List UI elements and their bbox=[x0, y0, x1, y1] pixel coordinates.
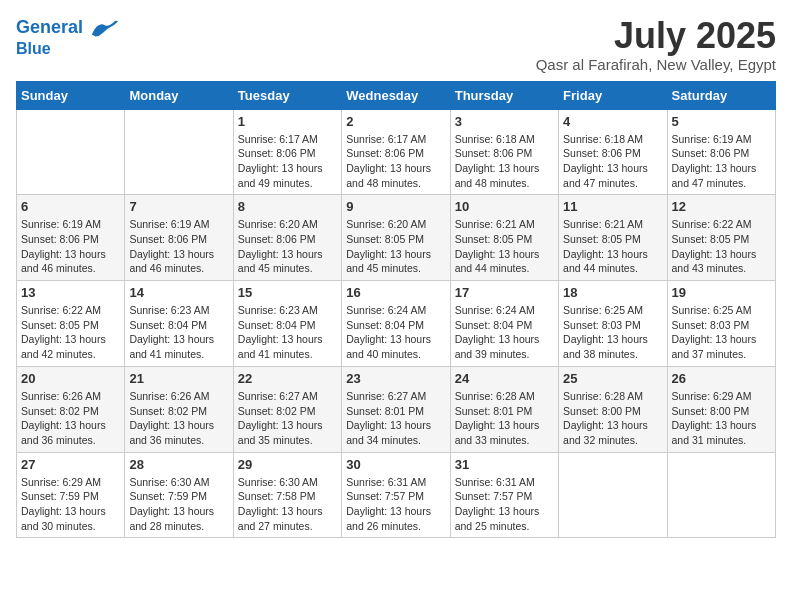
day-number: 14 bbox=[129, 285, 228, 300]
day-number: 28 bbox=[129, 457, 228, 472]
day-number: 6 bbox=[21, 199, 120, 214]
logo-text: General bbox=[16, 16, 118, 40]
calendar-cell: 28Sunrise: 6:30 AM Sunset: 7:59 PM Dayli… bbox=[125, 452, 233, 538]
day-number: 15 bbox=[238, 285, 337, 300]
calendar-cell: 15Sunrise: 6:23 AM Sunset: 8:04 PM Dayli… bbox=[233, 281, 341, 367]
calendar-cell: 20Sunrise: 6:26 AM Sunset: 8:02 PM Dayli… bbox=[17, 366, 125, 452]
calendar-cell: 30Sunrise: 6:31 AM Sunset: 7:57 PM Dayli… bbox=[342, 452, 450, 538]
day-info: Sunrise: 6:17 AM Sunset: 8:06 PM Dayligh… bbox=[238, 132, 337, 191]
calendar-cell: 13Sunrise: 6:22 AM Sunset: 8:05 PM Dayli… bbox=[17, 281, 125, 367]
weekday-header-thursday: Thursday bbox=[450, 81, 558, 109]
day-number: 7 bbox=[129, 199, 228, 214]
calendar-week-row: 20Sunrise: 6:26 AM Sunset: 8:02 PM Dayli… bbox=[17, 366, 776, 452]
day-number: 13 bbox=[21, 285, 120, 300]
day-info: Sunrise: 6:31 AM Sunset: 7:57 PM Dayligh… bbox=[346, 475, 445, 534]
day-number: 3 bbox=[455, 114, 554, 129]
calendar-cell bbox=[17, 109, 125, 195]
day-info: Sunrise: 6:19 AM Sunset: 8:06 PM Dayligh… bbox=[672, 132, 771, 191]
logo: General Blue bbox=[16, 16, 118, 58]
day-info: Sunrise: 6:25 AM Sunset: 8:03 PM Dayligh… bbox=[672, 303, 771, 362]
day-info: Sunrise: 6:22 AM Sunset: 8:05 PM Dayligh… bbox=[21, 303, 120, 362]
day-info: Sunrise: 6:26 AM Sunset: 8:02 PM Dayligh… bbox=[21, 389, 120, 448]
day-number: 29 bbox=[238, 457, 337, 472]
day-info: Sunrise: 6:24 AM Sunset: 8:04 PM Dayligh… bbox=[455, 303, 554, 362]
day-info: Sunrise: 6:21 AM Sunset: 8:05 PM Dayligh… bbox=[563, 217, 662, 276]
weekday-header-friday: Friday bbox=[559, 81, 667, 109]
day-number: 1 bbox=[238, 114, 337, 129]
day-info: Sunrise: 6:20 AM Sunset: 8:05 PM Dayligh… bbox=[346, 217, 445, 276]
calendar-cell: 29Sunrise: 6:30 AM Sunset: 7:58 PM Dayli… bbox=[233, 452, 341, 538]
calendar-cell: 17Sunrise: 6:24 AM Sunset: 8:04 PM Dayli… bbox=[450, 281, 558, 367]
calendar-cell: 16Sunrise: 6:24 AM Sunset: 8:04 PM Dayli… bbox=[342, 281, 450, 367]
calendar-cell: 8Sunrise: 6:20 AM Sunset: 8:06 PM Daylig… bbox=[233, 195, 341, 281]
calendar-cell: 19Sunrise: 6:25 AM Sunset: 8:03 PM Dayli… bbox=[667, 281, 775, 367]
day-info: Sunrise: 6:24 AM Sunset: 8:04 PM Dayligh… bbox=[346, 303, 445, 362]
day-number: 24 bbox=[455, 371, 554, 386]
day-number: 30 bbox=[346, 457, 445, 472]
day-info: Sunrise: 6:28 AM Sunset: 8:01 PM Dayligh… bbox=[455, 389, 554, 448]
calendar-cell: 6Sunrise: 6:19 AM Sunset: 8:06 PM Daylig… bbox=[17, 195, 125, 281]
day-info: Sunrise: 6:30 AM Sunset: 7:58 PM Dayligh… bbox=[238, 475, 337, 534]
day-info: Sunrise: 6:30 AM Sunset: 7:59 PM Dayligh… bbox=[129, 475, 228, 534]
day-number: 5 bbox=[672, 114, 771, 129]
day-info: Sunrise: 6:18 AM Sunset: 8:06 PM Dayligh… bbox=[455, 132, 554, 191]
day-info: Sunrise: 6:22 AM Sunset: 8:05 PM Dayligh… bbox=[672, 217, 771, 276]
day-number: 16 bbox=[346, 285, 445, 300]
day-number: 22 bbox=[238, 371, 337, 386]
calendar-cell: 10Sunrise: 6:21 AM Sunset: 8:05 PM Dayli… bbox=[450, 195, 558, 281]
calendar-cell: 31Sunrise: 6:31 AM Sunset: 7:57 PM Dayli… bbox=[450, 452, 558, 538]
day-info: Sunrise: 6:27 AM Sunset: 8:02 PM Dayligh… bbox=[238, 389, 337, 448]
calendar-cell bbox=[559, 452, 667, 538]
calendar-cell: 22Sunrise: 6:27 AM Sunset: 8:02 PM Dayli… bbox=[233, 366, 341, 452]
day-number: 31 bbox=[455, 457, 554, 472]
day-number: 10 bbox=[455, 199, 554, 214]
calendar-table: SundayMondayTuesdayWednesdayThursdayFrid… bbox=[16, 81, 776, 539]
day-number: 12 bbox=[672, 199, 771, 214]
calendar-week-row: 13Sunrise: 6:22 AM Sunset: 8:05 PM Dayli… bbox=[17, 281, 776, 367]
calendar-cell: 23Sunrise: 6:27 AM Sunset: 8:01 PM Dayli… bbox=[342, 366, 450, 452]
calendar-cell: 24Sunrise: 6:28 AM Sunset: 8:01 PM Dayli… bbox=[450, 366, 558, 452]
calendar-cell: 18Sunrise: 6:25 AM Sunset: 8:03 PM Dayli… bbox=[559, 281, 667, 367]
day-info: Sunrise: 6:20 AM Sunset: 8:06 PM Dayligh… bbox=[238, 217, 337, 276]
location-title: Qasr al Farafirah, New Valley, Egypt bbox=[536, 56, 776, 73]
weekday-header-saturday: Saturday bbox=[667, 81, 775, 109]
day-info: Sunrise: 6:29 AM Sunset: 8:00 PM Dayligh… bbox=[672, 389, 771, 448]
calendar-cell: 4Sunrise: 6:18 AM Sunset: 8:06 PM Daylig… bbox=[559, 109, 667, 195]
calendar-cell: 14Sunrise: 6:23 AM Sunset: 8:04 PM Dayli… bbox=[125, 281, 233, 367]
calendar-cell: 11Sunrise: 6:21 AM Sunset: 8:05 PM Dayli… bbox=[559, 195, 667, 281]
calendar-cell: 26Sunrise: 6:29 AM Sunset: 8:00 PM Dayli… bbox=[667, 366, 775, 452]
calendar-week-row: 27Sunrise: 6:29 AM Sunset: 7:59 PM Dayli… bbox=[17, 452, 776, 538]
day-number: 9 bbox=[346, 199, 445, 214]
calendar-cell: 12Sunrise: 6:22 AM Sunset: 8:05 PM Dayli… bbox=[667, 195, 775, 281]
day-number: 2 bbox=[346, 114, 445, 129]
weekday-header-row: SundayMondayTuesdayWednesdayThursdayFrid… bbox=[17, 81, 776, 109]
day-number: 19 bbox=[672, 285, 771, 300]
day-number: 4 bbox=[563, 114, 662, 129]
day-info: Sunrise: 6:25 AM Sunset: 8:03 PM Dayligh… bbox=[563, 303, 662, 362]
day-info: Sunrise: 6:19 AM Sunset: 8:06 PM Dayligh… bbox=[21, 217, 120, 276]
day-info: Sunrise: 6:21 AM Sunset: 8:05 PM Dayligh… bbox=[455, 217, 554, 276]
day-info: Sunrise: 6:29 AM Sunset: 7:59 PM Dayligh… bbox=[21, 475, 120, 534]
calendar-cell: 5Sunrise: 6:19 AM Sunset: 8:06 PM Daylig… bbox=[667, 109, 775, 195]
day-info: Sunrise: 6:27 AM Sunset: 8:01 PM Dayligh… bbox=[346, 389, 445, 448]
day-number: 25 bbox=[563, 371, 662, 386]
calendar-cell: 21Sunrise: 6:26 AM Sunset: 8:02 PM Dayli… bbox=[125, 366, 233, 452]
calendar-cell: 7Sunrise: 6:19 AM Sunset: 8:06 PM Daylig… bbox=[125, 195, 233, 281]
calendar-week-row: 1Sunrise: 6:17 AM Sunset: 8:06 PM Daylig… bbox=[17, 109, 776, 195]
weekday-header-monday: Monday bbox=[125, 81, 233, 109]
day-number: 21 bbox=[129, 371, 228, 386]
logo-blue: Blue bbox=[16, 40, 118, 58]
day-number: 20 bbox=[21, 371, 120, 386]
weekday-header-sunday: Sunday bbox=[17, 81, 125, 109]
day-info: Sunrise: 6:26 AM Sunset: 8:02 PM Dayligh… bbox=[129, 389, 228, 448]
day-number: 17 bbox=[455, 285, 554, 300]
calendar-cell: 25Sunrise: 6:28 AM Sunset: 8:00 PM Dayli… bbox=[559, 366, 667, 452]
day-info: Sunrise: 6:17 AM Sunset: 8:06 PM Dayligh… bbox=[346, 132, 445, 191]
day-number: 18 bbox=[563, 285, 662, 300]
calendar-cell: 2Sunrise: 6:17 AM Sunset: 8:06 PM Daylig… bbox=[342, 109, 450, 195]
month-title: July 2025 bbox=[536, 16, 776, 56]
day-info: Sunrise: 6:19 AM Sunset: 8:06 PM Dayligh… bbox=[129, 217, 228, 276]
calendar-cell: 3Sunrise: 6:18 AM Sunset: 8:06 PM Daylig… bbox=[450, 109, 558, 195]
calendar-cell: 1Sunrise: 6:17 AM Sunset: 8:06 PM Daylig… bbox=[233, 109, 341, 195]
day-number: 23 bbox=[346, 371, 445, 386]
